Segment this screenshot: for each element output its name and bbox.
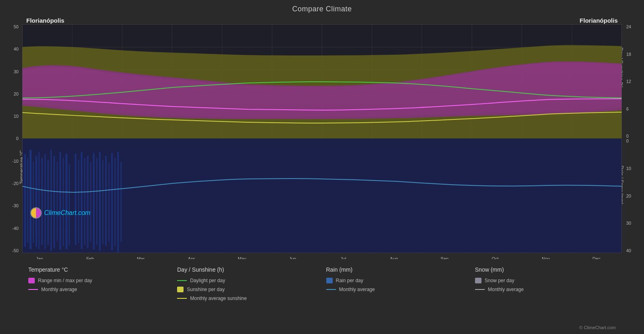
svg-rect-44 [51,150,52,251]
y-right-6: 6 [626,106,629,111]
legend-line-sunshine-avg [177,298,187,299]
y-right-18: 18 [626,52,631,57]
y-left-0: 0 [16,136,19,141]
legend-col-sunshine: Day / Sunshine (h) Daylight per day Suns… [177,266,318,330]
svg-rect-36 [27,158,28,243]
legend-item-daylight: Daylight per day [177,278,318,283]
svg-rect-46 [57,162,58,241]
svg-rect-62 [108,163,110,242]
city-label-right: Florianópolis [580,17,618,24]
svg-rect-39 [36,156,37,247]
legend-label-sunshine-avg: Monthly average sunshine [190,296,247,301]
svg-rect-45 [53,156,55,248]
legend-swatch-snow [475,278,481,283]
svg-rect-56 [90,162,91,242]
svg-rect-55 [87,156,89,248]
main-chart [22,24,622,253]
svg-rect-59 [99,152,101,251]
legend-item-rain: Rain per day [326,278,467,283]
legend-item-snow: Snow per day [475,278,616,283]
copyright: © ClimeChart.com [579,325,616,330]
legend-label-sunshine: Sunshine per day [187,287,224,292]
y-right-10mm: 10 [626,166,631,171]
legend-line-daylight [177,280,187,281]
legend-label-temp-range: Range min / max per day [38,278,92,283]
y-right-12: 12 [626,79,631,84]
y-right-0mm: 0 [626,138,629,143]
y-left-40: 40 [14,47,19,51]
legend-item-temp-range: Range min / max per day [28,278,169,283]
logo-icon-bottom-left [30,207,42,219]
svg-rect-53 [81,152,82,249]
page-container: Compare Climate Florianópolis Florianópo… [0,0,644,334]
svg-rect-49 [65,154,68,249]
legend-label-rain: Rain per day [336,278,363,283]
logo-bottom-left: ClimeChart.com [30,207,91,219]
legend-item-temp-avg: Monthly average [28,287,169,292]
y-axis-right-top: 24 18 12 6 0 [624,24,631,138]
legend-label-rain-avg: Monthly average [339,287,375,292]
svg-rect-43 [47,160,49,245]
y-left-30: 30 [14,69,19,74]
svg-rect-60 [102,160,103,244]
legend-swatch-temp-range [28,278,35,283]
legend-item-sunshine: Sunshine per day [177,287,318,292]
svg-rect-66 [120,162,122,242]
legend-label-snow: Snow per day [485,278,514,283]
legend-area: Temperature °C Range min / max per day M… [0,259,644,334]
svg-rect-35 [24,154,26,247]
svg-rect-41 [41,158,43,245]
y-left-n50: -50 [12,248,19,253]
legend-title-snow: Snow (mm) [475,266,616,273]
legend-title-temperature: Temperature °C [28,266,169,273]
svg-rect-54 [84,158,85,245]
y-right-20mm: 20 [626,194,631,198]
y-axis-right-bottom: 0 10 20 30 40 [624,138,631,253]
legend-swatch-sunshine [177,287,184,292]
legend-item-rain-avg: Monthly average [326,287,467,292]
legend-label-daylight: Daylight per day [190,278,225,283]
svg-rect-61 [105,156,107,246]
y-right-40mm: 40 [626,248,631,253]
svg-rect-37 [30,150,32,249]
y-left-10: 10 [14,114,19,119]
legend-label-temp-avg: Monthly average [41,287,77,292]
legend-col-snow: Snow (mm) Snow per day Monthly average [475,266,616,330]
y-right-30mm: 30 [626,221,631,226]
svg-rect-52 [78,160,79,243]
svg-rect-40 [38,152,40,249]
legend-label-snow-avg: Monthly average [488,287,524,292]
city-label-left: Florianópolis [26,17,64,24]
legend-title-rain: Rain (mm) [326,266,467,273]
svg-rect-57 [93,153,95,249]
y-left-n10: -10 [12,159,19,164]
page-title: Compare Climate [0,0,644,13]
y-right-0: 0 [626,134,629,138]
legend-swatch-rain [326,278,333,283]
legend-line-rain-avg [326,289,336,290]
svg-rect-51 [75,154,76,245]
y-left-n20: -20 [12,181,19,186]
svg-rect-63 [111,153,113,250]
y-axis-left: 50 40 30 20 10 0 -10 -20 -30 -40 -50 [12,24,19,253]
svg-rect-48 [63,158,64,246]
svg-rect-58 [96,158,97,245]
legend-title-sunshine: Day / Sunshine (h) [177,266,318,273]
svg-rect-38 [33,162,34,243]
y-left-n30: -30 [12,203,19,208]
legend-line-temp-avg [28,289,38,290]
svg-rect-42 [44,154,46,249]
svg-rect-65 [117,152,119,252]
y-left-20: 20 [14,91,19,96]
legend-col-rain: Rain (mm) Rain per day Monthly average [326,266,467,330]
legend-line-snow-avg [475,289,485,290]
y-left-n40: -40 [12,226,19,231]
logo-text-bottom-left: ClimeChart.com [44,209,91,217]
svg-rect-64 [114,158,116,246]
svg-rect-50 [69,164,70,245]
y-left-50: 50 [14,24,19,29]
legend-item-snow-avg: Monthly average [475,287,616,292]
legend-col-temperature: Temperature °C Range min / max per day M… [28,266,169,330]
svg-rect-47 [59,152,61,250]
legend-item-sunshine-avg: Monthly average sunshine [177,296,318,301]
